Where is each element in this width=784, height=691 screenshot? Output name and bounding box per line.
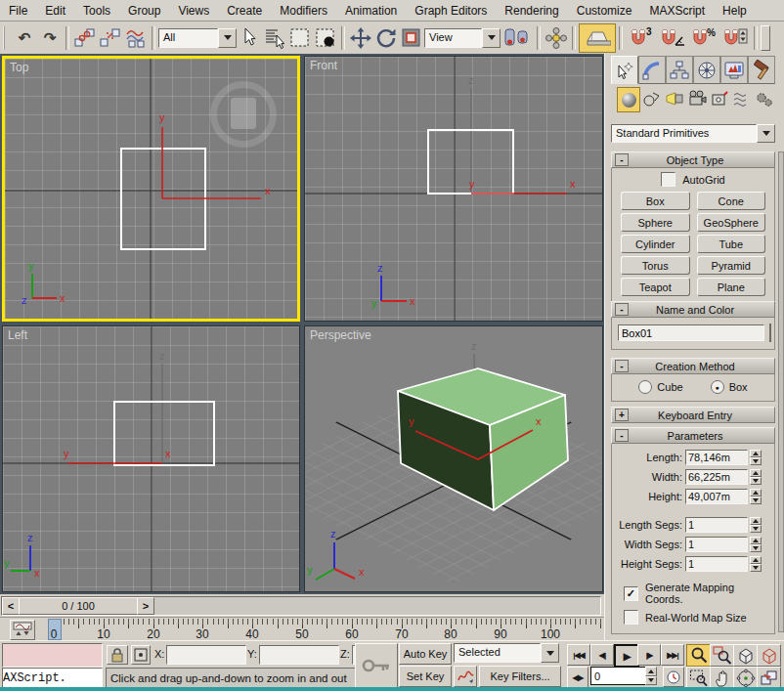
primitive-button-torus[interactable]: Torus <box>621 256 690 275</box>
key-filter-set-dropdown[interactable]: Selected <box>454 643 559 663</box>
set-key-mode-curve-button[interactable] <box>454 666 477 687</box>
maximize-viewport-toggle[interactable] <box>757 667 781 689</box>
key-mode-toggle[interactable]: ◀▶ <box>567 667 588 688</box>
subcategory-geometry[interactable] <box>617 87 640 112</box>
select-by-name-button[interactable] <box>262 25 287 51</box>
height-segs-input[interactable]: 1 <box>685 556 748 572</box>
x-coordinate-input[interactable] <box>166 645 246 665</box>
previous-frame-arrow[interactable]: < <box>2 597 20 615</box>
window-crossing-toggle[interactable] <box>313 25 338 51</box>
object-color-swatch[interactable] <box>769 324 771 342</box>
real-world-map-size-checkbox[interactable] <box>624 610 638 625</box>
angle-snap-toggle[interactable] <box>657 25 688 51</box>
radio-cube[interactable] <box>638 380 652 394</box>
zoom-all-button[interactable] <box>710 644 734 667</box>
bind-to-space-warp-button[interactable] <box>123 25 149 51</box>
primitive-button-cylinder[interactable]: Cylinder <box>621 235 690 253</box>
menu-tools[interactable]: Tools <box>74 1 119 21</box>
subcategory-lights[interactable] <box>664 87 685 110</box>
select-and-scale-button[interactable] <box>399 25 424 51</box>
creation-method-box[interactable]: ● Box <box>711 380 748 394</box>
select-and-link-button[interactable] <box>72 25 98 51</box>
menu-group[interactable]: Group <box>119 1 169 21</box>
maxscript-listener-input[interactable] <box>2 643 103 668</box>
viewport-top[interactable]: y x y x z Top <box>2 56 300 322</box>
region-zoom-button[interactable] <box>686 667 711 689</box>
viewport-top-label[interactable]: Top <box>10 61 28 74</box>
keyboard-shortcut-override-toggle[interactable] <box>579 23 616 53</box>
viewport-front-label[interactable]: Front <box>310 59 337 72</box>
menu-create[interactable]: Create <box>218 1 271 21</box>
primitive-button-pyramid[interactable]: Pyramid <box>697 256 766 275</box>
time-configuration-button[interactable] <box>663 667 684 687</box>
open-mini-curve-editor-button[interactable] <box>10 620 35 640</box>
width-spinner[interactable] <box>750 469 762 485</box>
select-object-button[interactable] <box>237 25 262 51</box>
clipped-toolbar-button[interactable] <box>761 25 770 51</box>
use-pivot-point-center-button[interactable] <box>501 25 534 51</box>
rectangular-selection-region-button[interactable] <box>287 25 313 51</box>
object-name-input[interactable] <box>618 324 764 341</box>
percent-snap-toggle[interactable]: % <box>688 25 719 51</box>
height-input[interactable]: 49,007m <box>685 489 748 504</box>
selection-filter-dropdown[interactable]: All <box>158 28 237 48</box>
primitive-button-teapot[interactable]: Teapot <box>621 278 690 296</box>
snaps-toggle-3d[interactable]: 3 <box>626 25 657 51</box>
width-segs-spinner[interactable] <box>750 537 762 552</box>
key-filters-button[interactable]: Key Filters... <box>479 666 561 687</box>
primitive-button-sphere[interactable]: Sphere <box>621 213 690 232</box>
rollout-object-type-header[interactable]: - Object Type <box>611 151 775 168</box>
undo-button[interactable]: ↶ <box>12 25 37 51</box>
primitive-button-tube[interactable]: Tube <box>697 235 766 253</box>
length-segs-spinner[interactable] <box>750 517 762 533</box>
primitive-category-dropdown[interactable]: Standard Primitives <box>611 124 775 143</box>
frame-spinner[interactable] <box>645 667 657 685</box>
rollout-creation-method-header[interactable]: - Creation Method <box>611 358 775 374</box>
height-segs-spinner[interactable] <box>750 556 762 572</box>
length-input[interactable]: 78,146m <box>685 450 748 465</box>
tab-display[interactable] <box>720 56 748 84</box>
radio-box-selected[interactable]: ● <box>711 380 724 394</box>
select-and-rotate-button[interactable] <box>373 25 399 51</box>
rollout-parameters-header[interactable]: - Parameters <box>611 427 775 444</box>
rollout-keyboard-entry-header[interactable]: + Keyboard Entry <box>611 407 775 423</box>
rollout-name-color-header[interactable]: - Name and Color <box>611 301 775 318</box>
menu-graph-editors[interactable]: Graph Editors <box>406 1 496 21</box>
viewport-perspective[interactable]: z y x z y x Perspective <box>304 325 603 592</box>
time-slider-handle[interactable]: 0 / 100 <box>19 597 138 615</box>
zoom-extents-all-button[interactable] <box>757 644 781 667</box>
set-key-button[interactable]: Set Key <box>399 666 452 687</box>
viewport-left-label[interactable]: Left <box>8 328 27 342</box>
go-to-start-button[interactable]: |◀◀ <box>567 644 590 666</box>
menu-customize[interactable]: Customize <box>568 1 641 21</box>
subcategory-systems[interactable] <box>754 87 775 110</box>
menu-edit[interactable]: Edit <box>36 1 74 21</box>
menu-rendering[interactable]: Rendering <box>496 1 567 21</box>
maxscript-listener-output[interactable]: AXScript. <box>2 668 103 688</box>
menu-modifiers[interactable]: Modifiers <box>271 1 336 21</box>
tab-create[interactable] <box>611 56 638 84</box>
spinner-snap-toggle[interactable] <box>719 25 751 51</box>
primitive-button-plane[interactable]: Plane <box>697 278 766 296</box>
select-and-manipulate-button[interactable] <box>544 25 569 51</box>
next-frame-arrow[interactable]: > <box>137 597 154 615</box>
reference-coordinate-system-dropdown[interactable]: View <box>424 28 501 48</box>
height-spinner[interactable] <box>750 489 762 504</box>
previous-frame-button[interactable]: ◀| <box>590 644 614 666</box>
zoom-extents-button[interactable] <box>733 644 758 667</box>
creation-method-cube[interactable]: Cube <box>638 380 682 394</box>
y-coordinate-input[interactable] <box>259 645 339 665</box>
tab-utilities[interactable] <box>748 56 775 84</box>
width-segs-input[interactable]: 1 <box>685 537 748 552</box>
subcategory-cameras[interactable] <box>686 87 708 110</box>
play-animation-button[interactable]: ▶ <box>614 644 639 668</box>
arc-rotate-button[interactable] <box>733 667 758 689</box>
subcategory-shapes[interactable] <box>641 87 663 110</box>
generate-mapping-coords-checkbox[interactable]: ✓ <box>624 586 638 601</box>
next-frame-button[interactable]: |▶ <box>637 644 661 666</box>
menu-maxscript[interactable]: MAXScript <box>640 1 714 21</box>
tab-modify[interactable] <box>638 56 666 84</box>
redo-button[interactable]: ↷ <box>37 25 63 51</box>
primitive-button-cone[interactable]: Cone <box>697 192 766 210</box>
menu-views[interactable]: Views <box>169 1 218 21</box>
